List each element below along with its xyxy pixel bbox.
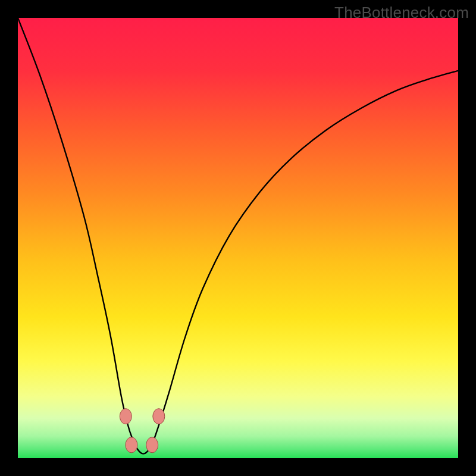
curve-marker xyxy=(146,437,158,453)
bottleneck-curve xyxy=(18,18,458,454)
curve-marker xyxy=(153,409,165,424)
curve-marker xyxy=(120,409,131,424)
curve-markers xyxy=(120,409,164,453)
curve-marker xyxy=(126,437,137,453)
plot-area xyxy=(18,18,458,458)
outer-frame: TheBottleneck.com xyxy=(0,0,476,476)
curve-layer xyxy=(18,18,458,458)
